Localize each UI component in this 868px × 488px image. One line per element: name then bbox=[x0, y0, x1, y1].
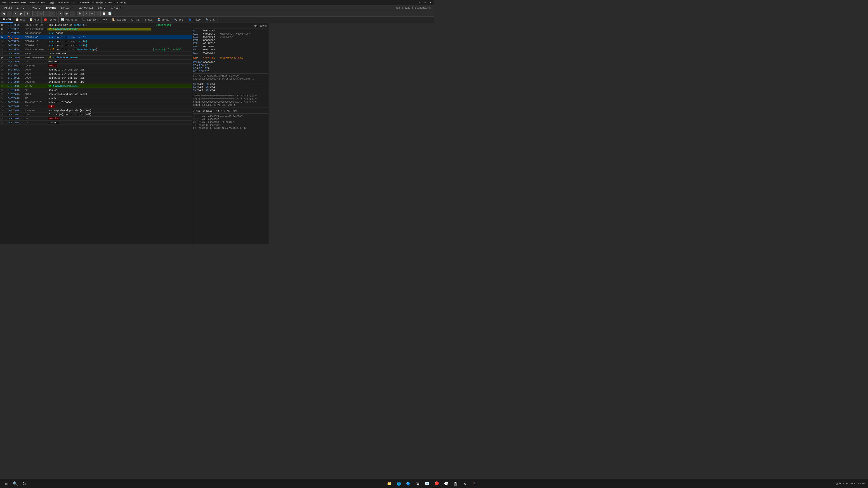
disasm-row-current[interactable]: → EIP→ 64874FEC FF7424 08 push dword ptr… bbox=[0, 35, 192, 39]
register-pane: FPU 숨기기 EAX 006A4C64 EBX 6488B94B <msvbv… bbox=[192, 23, 269, 244]
tab-memo[interactable]: 📝 메모 bbox=[27, 17, 42, 23]
tab-script[interactable]: 📜 스크립트 bbox=[110, 17, 129, 23]
disasm-row[interactable]: 6487500E 0000 add byte ptr ds:[eax],al bbox=[0, 76, 192, 80]
tab-cpu-label: CPU bbox=[6, 18, 11, 21]
disasm-instr: jg msvbvm60.6487501C bbox=[48, 85, 151, 88]
menu-view[interactable]: 보기(V) bbox=[14, 6, 28, 10]
tb-script[interactable]: fx bbox=[78, 11, 83, 16]
disasm-instr: push 30001 bbox=[48, 32, 151, 35]
tb-mem[interactable]: 📋 bbox=[101, 11, 106, 16]
menu-settings[interactable]: 설정(O) bbox=[95, 6, 108, 10]
disasm-row[interactable]: 64874FF8 FF15 3C469864 call dword ptr ds… bbox=[0, 47, 192, 52]
tb-patch[interactable]: ⬛ bbox=[95, 11, 101, 16]
disasm-comment: __vbaStrComp bbox=[151, 24, 192, 26]
eip-arrow: → bbox=[4, 36, 7, 38]
tb-hash[interactable]: # bbox=[84, 11, 89, 16]
tab-trace[interactable]: 👣 Trace bbox=[186, 17, 203, 23]
disasm-row[interactable]: ↓ 64875000 0F8C D1970800 jl msvbvm60.648… bbox=[0, 56, 192, 60]
disasm-addr: 64874FDC bbox=[7, 24, 25, 26]
tb-log[interactable]: 📄 bbox=[107, 11, 112, 16]
tb-restart[interactable]: ↺ bbox=[7, 11, 12, 16]
disasm-row[interactable]: 64875016 1B10 sbb edx,dword ptr ds:[eax] bbox=[0, 92, 192, 96]
disasm-row[interactable]: → 64875019 2D 08002B2E sub eax,2E2B0008 bbox=[0, 100, 192, 104]
disasm-instr: jl msvbvm60.648FE7D7 bbox=[48, 56, 151, 59]
disasm-row[interactable]: 64874FF4 FF7424 18 push dword ptr ss:[es… bbox=[0, 43, 192, 47]
disasm-row[interactable]: 64875007 C2 0C00 ret C bbox=[0, 64, 192, 68]
disasm-instr: call dword ptr ds:[<&VarBstrCmp>] bbox=[48, 48, 151, 51]
disasm-row[interactable]: 6487501E C7 ??? bbox=[0, 104, 192, 108]
tab-threads[interactable]: 🧵 스레드 bbox=[155, 17, 172, 23]
tb-hw-bp[interactable]: ◉ bbox=[64, 11, 69, 16]
tb-bp[interactable]: ● bbox=[58, 11, 63, 16]
disasm-row[interactable]: 6487500A 0000 add byte ptr ds:[eax],al bbox=[0, 68, 192, 72]
disasm-row[interactable]: 64875024 CB ret far bbox=[0, 117, 192, 121]
tab-symbols-label: ⬡ 기호 bbox=[131, 18, 140, 22]
bp-dot bbox=[0, 113, 4, 116]
tab-handles[interactable]: 🔧 핸들 bbox=[172, 17, 186, 23]
fpu-st3: ST(3) 40148B40 x87r3 비어 있음 0 bbox=[193, 103, 268, 107]
minimize-button[interactable]: ─ bbox=[418, 1, 421, 4]
disasm-row[interactable]: 6487501F 1360 4F adc esp,dword ptr ds:[e… bbox=[0, 108, 192, 112]
disasm-instr: push dword ptr ss:[esp+18] bbox=[48, 44, 151, 47]
disasm-addr: 64875006 bbox=[7, 60, 25, 63]
tab-log[interactable]: 📋 로그 bbox=[13, 17, 27, 23]
tab-memmap[interactable]: 📊 메모리 맵 bbox=[59, 17, 79, 23]
tab-seh[interactable]: SEH bbox=[100, 17, 110, 23]
menu-help[interactable]: 도움말(H) bbox=[109, 6, 125, 10]
reg-row-ebx: EBX 6488B94B <msvbvm60.__vbaObjSet> bbox=[193, 33, 268, 35]
tb-step-over[interactable]: ↘ bbox=[38, 11, 43, 16]
disasm-addr: 64875025 bbox=[7, 121, 25, 124]
reg-row-edi: EDI 02272BF4 bbox=[193, 52, 268, 54]
tb-asm[interactable]: A bbox=[89, 11, 95, 16]
bp-dot bbox=[0, 118, 4, 120]
disasm-addr: EIP→ 64874FEC bbox=[7, 35, 25, 40]
tab-seh-label: SEH bbox=[102, 18, 107, 21]
disasm-row[interactable]: 64874FFE 85C0 test eax,eax bbox=[0, 52, 192, 56]
menu-file[interactable]: 파일(F) bbox=[1, 6, 14, 10]
menu-favorites[interactable]: 즐겨찾기(I) bbox=[77, 6, 95, 10]
tb-run-to[interactable]: → bbox=[50, 11, 55, 16]
fpu-toggle[interactable]: FPU 숨기기 bbox=[193, 24, 268, 29]
tab-cpu[interactable]: 🖥 CPU bbox=[0, 17, 13, 23]
disasm-row[interactable]: 64874FE7 68 01000300 push 30001 bbox=[0, 31, 192, 35]
tab-breakpoints[interactable]: 🔴 중단점 bbox=[41, 17, 59, 23]
close-button[interactable]: ✕ bbox=[429, 1, 432, 4]
cs-item3: 3: [esp+c] 006A3AD4 L"2193870" bbox=[193, 121, 268, 124]
tb-stop[interactable]: ■ bbox=[13, 11, 18, 16]
disasm-addr: 64874FE1 bbox=[7, 28, 25, 31]
tb-back[interactable]: ◀ bbox=[1, 11, 6, 16]
tab-callstack[interactable]: 📞 호출 스택 bbox=[79, 17, 100, 23]
tb-run[interactable]: ▶ bbox=[19, 11, 24, 16]
disasm-addr: 6487501F bbox=[7, 109, 25, 112]
disasm-row[interactable]: ↓ 64874FE1 0F84 E9970800 je msvbvm60.648… bbox=[0, 27, 192, 31]
tb-step-into[interactable]: ↓ bbox=[32, 11, 38, 16]
disasm-row[interactable]: 64875006 48 dec eax bbox=[0, 60, 192, 64]
menu-plugins[interactable]: 플러그인(P) bbox=[59, 6, 76, 10]
menu-tracing[interactable]: Tracing bbox=[44, 6, 58, 10]
disasm-bytes: 7F 07 bbox=[25, 85, 48, 88]
menu-debug[interactable]: 디버그(D) bbox=[28, 6, 43, 10]
disasm-row[interactable]: 64875022 D837 fdiv st(0),dword ptr ds:[e… bbox=[0, 112, 192, 117]
tb-clear-bp[interactable]: ○ bbox=[70, 11, 75, 16]
maximize-button[interactable]: □ bbox=[423, 1, 427, 4]
disasm-instr: add byte ptr ds:[eax],al bbox=[48, 76, 151, 79]
bp-dot bbox=[0, 73, 4, 75]
disasm-addr: 64875010 bbox=[7, 80, 25, 84]
tb-step-out[interactable]: ↑ bbox=[44, 11, 50, 16]
disasm-row[interactable]: 64875025 42 inc edx bbox=[0, 121, 192, 125]
disasm-row[interactable]: 64875018 AE scasb bbox=[0, 96, 192, 100]
disasm-row[interactable]: 64875015 4E dec esi bbox=[0, 88, 192, 92]
tab-refs[interactable]: 🔍 참조 bbox=[203, 17, 218, 23]
tab-source[interactable]: ◇ 소스 bbox=[142, 17, 155, 23]
tb-pause[interactable]: ⏸ bbox=[24, 11, 30, 16]
disasm-bytes: FF7424 08 bbox=[25, 36, 48, 39]
disasm-addr: 6487500A bbox=[7, 68, 25, 71]
disasm-row[interactable]: 64874FDC 837C24 04 02 cmp dword ptr ss:[… bbox=[0, 23, 192, 27]
tab-threads-label: 🧵 스레드 bbox=[157, 18, 169, 22]
disasm-row[interactable]: 64875010 8023 D5 and byte ptr ds:[ebx],D… bbox=[0, 80, 192, 84]
tab-symbols[interactable]: ⬡ 기호 bbox=[129, 17, 143, 23]
disasm-row[interactable]: ↓ 64875013 7F 07 jg msvbvm60.6487501C bbox=[0, 84, 192, 88]
bp-dot bbox=[0, 81, 4, 83]
disasm-row[interactable]: 6487500C 0000 add byte ptr ds:[eax],al bbox=[0, 72, 192, 76]
disasm-row[interactable]: 64874FF0 FF7424 10 push dword ptr ss:[es… bbox=[0, 39, 192, 43]
